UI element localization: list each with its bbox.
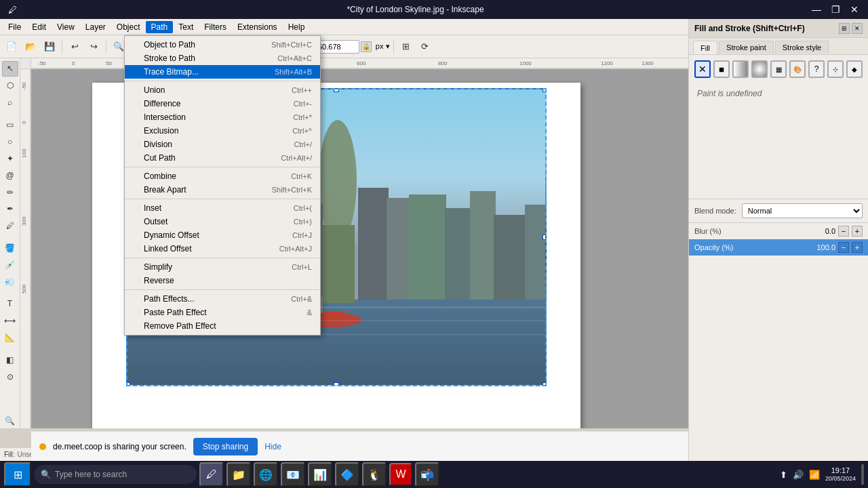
handle-br[interactable] [542, 382, 547, 386]
gradient-tool[interactable]: ◧ [2, 352, 18, 367]
save-button[interactable]: 💾 [41, 38, 58, 56]
menu-inset[interactable]: Inset Ctrl+( [125, 201, 320, 215]
pen-tool[interactable]: ✒ [2, 201, 18, 217]
paint-linear-gradient-button[interactable] [732, 60, 749, 78]
calligraphy-tool[interactable]: 🖊 [2, 218, 18, 234]
menu-text[interactable]: Text [173, 21, 199, 33]
menu-view[interactable]: View [52, 21, 80, 33]
start-button[interactable]: ⊞ [4, 462, 31, 487]
paint-radial-gradient-button[interactable] [751, 60, 768, 78]
paint-flat-button[interactable]: ■ [713, 60, 730, 78]
menu-trace-bitmap[interactable]: Trace Bitmap... Shift+Alt+B [125, 65, 320, 79]
menu-file[interactable]: File [3, 21, 26, 33]
tab-fill[interactable]: Fill [693, 41, 717, 54]
paint-unknown-button[interactable]: ? [808, 60, 825, 78]
panel-float-button[interactable]: ⊞ [839, 23, 850, 34]
menu-linked-offset[interactable]: Linked Offset Ctrl+Alt+J [125, 242, 320, 256]
menu-break-apart[interactable]: Break Apart Shift+Ctrl+K [125, 183, 320, 197]
transform-button[interactable]: ⟳ [416, 38, 434, 56]
menu-path[interactable]: Path [146, 21, 174, 33]
menu-filters[interactable]: Filters [199, 21, 232, 33]
open-button[interactable]: 📂 [22, 38, 39, 56]
eyedropper-tool[interactable]: 💉 [2, 257, 18, 272]
blur-plus-button[interactable]: + [852, 226, 863, 237]
undo-button[interactable]: ↩ [66, 38, 83, 56]
taskbar-inkscape[interactable]: 🖊 [199, 462, 224, 487]
menu-dynamic-offset[interactable]: Dynamic Offset Ctrl+J [125, 228, 320, 242]
fill-tool[interactable]: 🪣 [2, 240, 18, 256]
menu-path-effects[interactable]: Path Effects... Ctrl+& [125, 292, 320, 306]
minimize-button[interactable]: — [808, 3, 825, 16]
handle-bl[interactable] [126, 382, 130, 386]
taskbar-app-3[interactable]: 📧 [281, 462, 305, 487]
star-tool[interactable]: ✦ [2, 150, 18, 166]
stop-sharing-button[interactable]: Stop sharing [193, 438, 258, 455]
paint-none-button[interactable]: ✕ [694, 60, 711, 78]
taskbar-app-1[interactable]: 📁 [226, 462, 251, 487]
ellipse-tool[interactable]: ○ [2, 134, 18, 149]
menu-paste-path-effect[interactable]: Paste Path Effect & [125, 306, 320, 319]
maximize-button[interactable]: ❐ [827, 3, 844, 16]
handle-bm[interactable] [334, 382, 339, 386]
hide-button[interactable]: Hide [264, 442, 281, 451]
taskbar-search[interactable]: 🔍 Type here to search [34, 465, 197, 484]
menu-union[interactable]: Union Ctrl++ [125, 83, 320, 97]
paint-marker-button[interactable]: ◆ [846, 60, 863, 78]
menu-intersection[interactable]: Intersection Ctrl+* [125, 110, 320, 124]
taskbar-app-4[interactable]: 📊 [308, 462, 332, 487]
menu-layer[interactable]: Layer [80, 21, 111, 33]
text-tool[interactable]: T [2, 296, 18, 312]
zoom-tool[interactable]: ⌕ [2, 95, 18, 110]
menu-help[interactable]: Help [283, 21, 311, 33]
menu-cut-path[interactable]: Cut Path Ctrl+Alt+/ [125, 151, 320, 165]
tray-icon-3[interactable]: 📶 [809, 470, 820, 480]
spray-tool[interactable]: 💨 [2, 274, 18, 289]
close-button[interactable]: ✕ [846, 3, 863, 16]
taskbar-app-2[interactable]: 🌐 [254, 462, 278, 487]
rectangle-tool[interactable]: ▭ [2, 117, 18, 132]
menu-remove-path-effect[interactable]: Remove Path Effect [125, 319, 320, 333]
dropper-tool[interactable]: ⊙ [2, 369, 18, 384]
select-tool[interactable]: ↖ [2, 61, 18, 77]
panel-close-button[interactable]: ✕ [852, 23, 863, 34]
search-tool[interactable]: 🔍 [2, 413, 18, 428]
tab-stroke-paint[interactable]: Stroke paint [719, 41, 774, 54]
menu-edit[interactable]: Edit [26, 21, 52, 33]
menu-extensions[interactable]: Extensions [232, 21, 283, 33]
connector-tool[interactable]: ⟷ [2, 313, 18, 329]
taskbar-app-8[interactable]: 📬 [415, 462, 439, 487]
menu-combine[interactable]: Combine Ctrl+K [125, 169, 320, 183]
menu-outset[interactable]: Outset Ctrl+) [125, 215, 320, 228]
paint-swatch-button[interactable]: 🎨 [789, 60, 806, 78]
menu-reverse[interactable]: Reverse [125, 274, 320, 287]
menu-exclusion[interactable]: Exclusion Ctrl+^ [125, 124, 320, 138]
taskbar-app-6[interactable]: 🐧 [362, 462, 387, 487]
taskbar-app-7[interactable]: W [389, 463, 412, 486]
tab-stroke-style[interactable]: Stroke style [775, 41, 829, 54]
tray-icon-2[interactable]: 🔊 [793, 470, 804, 480]
menu-object[interactable]: Object [111, 21, 146, 33]
menu-difference[interactable]: Difference Ctrl+- [125, 97, 320, 110]
pencil-tool[interactable]: ✏ [2, 184, 18, 200]
tray-icon-1[interactable]: ⬆ [780, 470, 787, 480]
menu-simplify[interactable]: Simplify Ctrl+L [125, 260, 320, 274]
menu-division[interactable]: Division Ctrl+/ [125, 138, 320, 151]
paint-mesh-button[interactable]: ⊹ [827, 60, 844, 78]
handle-tm[interactable] [334, 88, 339, 92]
measure-tool[interactable]: 📐 [2, 330, 18, 346]
opacity-minus-button[interactable]: − [838, 242, 849, 253]
node-tool[interactable]: ⬡ [2, 78, 18, 94]
taskbar-app-5[interactable]: 🔷 [335, 462, 359, 487]
handle-tr[interactable] [542, 88, 547, 92]
blur-minus-button[interactable]: − [838, 226, 849, 237]
opacity-plus-button[interactable]: + [852, 242, 863, 253]
dim-lock-button[interactable]: 🔒 [361, 41, 372, 52]
show-desktop-button[interactable] [861, 464, 864, 485]
align-button[interactable]: ⊞ [397, 38, 415, 56]
handle-mr[interactable] [542, 235, 547, 240]
paint-pattern-button[interactable]: ▦ [770, 60, 787, 78]
clock[interactable]: 19:17 20/05/2024 [825, 466, 856, 483]
redo-button[interactable]: ↪ [85, 38, 102, 56]
menu-stroke-to-path[interactable]: Stroke to Path Ctrl+Alt+C [125, 52, 320, 65]
blend-mode-select[interactable]: Normal Multiply Screen Overlay [742, 203, 863, 218]
